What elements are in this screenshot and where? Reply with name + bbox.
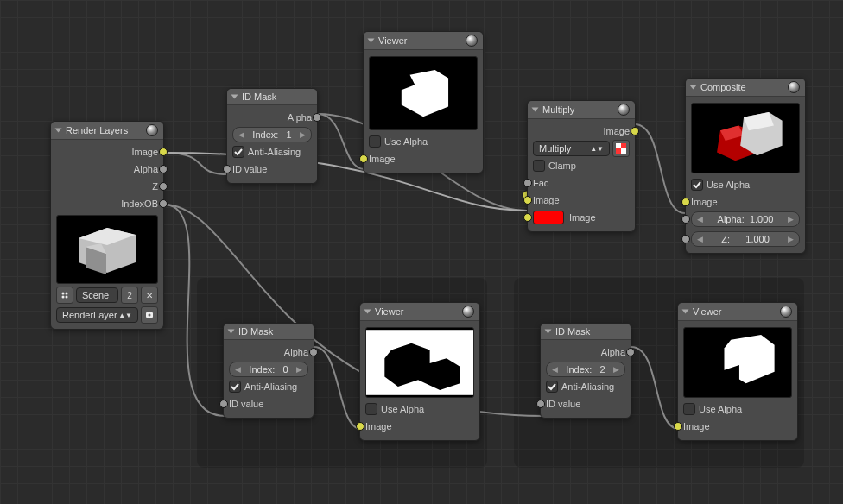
node-idmask-1[interactable]: ID Mask Alpha ◀Index: 1▶ Anti-Aliasing I… [226, 88, 318, 184]
preview-sphere-icon[interactable] [462, 306, 474, 318]
output-z: Z [56, 178, 158, 195]
preview-sphere-icon[interactable] [788, 81, 800, 93]
index-field[interactable]: ◀Index: 2▶ [546, 362, 625, 377]
input-idvalue: ID value [546, 395, 625, 413]
socket-out-z[interactable] [159, 182, 168, 191]
index-field[interactable]: ◀Index: 1▶ [232, 127, 312, 142]
alpha-field[interactable]: ◀Alpha: 1.000▶ [691, 211, 800, 227]
collapse-icon[interactable] [55, 129, 62, 133]
node-header[interactable]: Multiply [528, 101, 635, 119]
node-title: Render Layers [66, 125, 141, 135]
preview-sphere-icon[interactable] [466, 35, 478, 47]
input-idvalue: ID value [229, 395, 308, 413]
output-image: Image [533, 123, 630, 140]
usealpha-row[interactable]: Use Alpha [365, 400, 474, 418]
node-header[interactable]: Viewer [678, 303, 797, 321]
antialiasing-row[interactable]: Anti-Aliasing [232, 143, 312, 161]
node-header[interactable]: ID Mask [224, 324, 314, 340]
scene-unlink-button[interactable]: ✕ [141, 287, 158, 304]
checkbox-unchecked-icon[interactable] [683, 403, 695, 415]
socket-in-image[interactable] [356, 422, 364, 431]
socket-in-idvalue[interactable] [223, 165, 231, 173]
checkbox-checked-icon[interactable] [546, 381, 558, 393]
preview-sphere-icon[interactable] [146, 124, 158, 136]
node-viewer-top[interactable]: Viewer Use Alpha Image [363, 31, 484, 173]
antialiasing-row[interactable]: Anti-Aliasing [229, 378, 308, 395]
collapse-icon[interactable] [228, 330, 235, 334]
socket-out-image[interactable] [159, 148, 168, 156]
socket-in-idvalue[interactable] [219, 400, 228, 408]
blendmode-field[interactable]: Multiply▲▼ [533, 141, 610, 156]
checkbox-checked-icon[interactable] [232, 146, 244, 158]
usealpha-row[interactable]: Use Alpha [683, 400, 792, 418]
node-title: ID Mask [242, 91, 312, 102]
node-viewer-2[interactable]: Viewer Use Alpha Image [677, 302, 798, 441]
svg-point-11 [149, 314, 151, 317]
node-header[interactable]: ID Mask [227, 89, 317, 105]
collapse-icon[interactable] [532, 108, 539, 112]
socket-out-alpha[interactable] [159, 165, 168, 173]
checkbox-checked-icon[interactable] [229, 381, 241, 393]
collapse-icon[interactable] [364, 310, 371, 314]
checkbox-checked-icon[interactable] [691, 179, 703, 191]
node-idmask-0[interactable]: ID Mask Alpha ◀Index: 0▶ Anti-Aliasing I… [223, 323, 314, 419]
socket-in-image1[interactable] [523, 196, 532, 205]
node-header[interactable]: Composite [686, 79, 805, 97]
z-field[interactable]: ◀Z: 1.000▶ [691, 231, 800, 247]
scene-browse-button[interactable] [56, 287, 73, 304]
preview-sphere-icon[interactable] [618, 104, 630, 116]
clamp-row[interactable]: Clamp [533, 157, 630, 174]
node-multiply[interactable]: Multiply Image Multiply▲▼ Clamp Fac Imag… [527, 100, 636, 232]
socket-in-image[interactable] [359, 154, 368, 163]
checkbox-unchecked-icon[interactable] [533, 160, 545, 172]
usealpha-row[interactable]: Use Alpha [691, 176, 800, 193]
node-header[interactable]: Viewer [360, 303, 479, 321]
svg-rect-15 [621, 143, 626, 148]
svg-rect-16 [616, 148, 621, 154]
colorramp-button[interactable] [612, 140, 630, 157]
node-header[interactable]: ID Mask [541, 324, 631, 340]
output-indexob: IndexOB [56, 195, 158, 212]
node-render-layers[interactable]: Render Layers Image Alpha Z IndexOB Scen… [50, 121, 164, 330]
node-header[interactable]: Viewer [364, 32, 483, 50]
input-image: Image [365, 418, 474, 435]
socket-out-indexob[interactable] [159, 199, 168, 208]
scene-field[interactable]: Scene [76, 287, 118, 303]
input-image: Image [691, 193, 800, 211]
socket-in-idvalue[interactable] [536, 400, 545, 408]
socket-out-alpha[interactable] [313, 113, 321, 122]
socket-out-alpha[interactable] [309, 348, 318, 356]
socket-in-image2[interactable] [523, 213, 532, 222]
socket-in-alpha[interactable] [681, 215, 690, 224]
collapse-icon[interactable] [368, 39, 375, 43]
collapse-icon[interactable] [231, 95, 238, 99]
node-title: Composite [700, 82, 783, 92]
node-title: Viewer [693, 306, 775, 317]
node-header[interactable]: Render Layers [51, 122, 163, 140]
node-title: Viewer [375, 306, 457, 317]
antialiasing-row[interactable]: Anti-Aliasing [546, 378, 625, 395]
color-swatch[interactable] [533, 211, 564, 224]
preview-sphere-icon[interactable] [780, 306, 792, 318]
usealpha-row[interactable]: Use Alpha [369, 133, 478, 150]
node-composite[interactable]: Composite Use Alpha Image ◀Alpha: 1.000▶… [685, 78, 806, 254]
checkbox-unchecked-icon[interactable] [369, 135, 381, 148]
socket-in-z[interactable] [681, 235, 690, 243]
collapse-icon[interactable] [545, 330, 552, 334]
socket-in-image[interactable] [674, 422, 682, 431]
node-viewer-0[interactable]: Viewer Use Alpha Image [359, 302, 480, 441]
checkbox-unchecked-icon[interactable] [365, 403, 377, 415]
index-field[interactable]: ◀Index: 0▶ [229, 362, 308, 377]
socket-out-image[interactable] [631, 127, 639, 135]
rerender-button[interactable] [141, 306, 158, 324]
socket-in-image[interactable] [681, 198, 690, 206]
collapse-icon[interactable] [682, 310, 689, 314]
scene-users[interactable]: 2 [121, 287, 138, 304]
renderlayer-field[interactable]: RenderLayer▲▼ [56, 307, 138, 323]
scene-selector-row: Scene 2 ✕ [56, 287, 158, 304]
socket-in-fac[interactable] [523, 179, 532, 187]
socket-out-alpha[interactable] [626, 348, 635, 356]
collapse-icon[interactable] [690, 85, 697, 90]
viewer-preview [683, 327, 792, 398]
node-idmask-2[interactable]: ID Mask Alpha ◀Index: 2▶ Anti-Aliasing I… [540, 323, 631, 419]
